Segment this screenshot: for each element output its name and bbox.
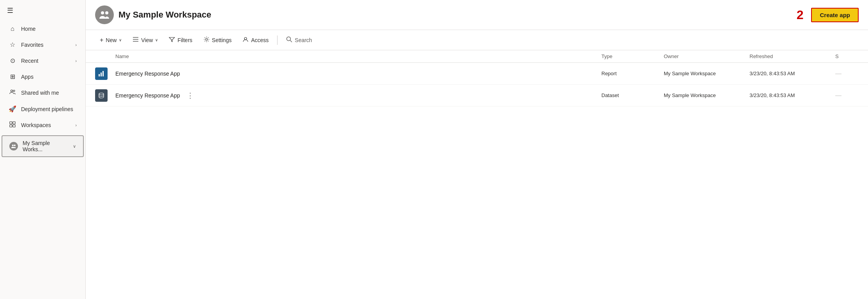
workspace-avatar-large — [95, 5, 114, 24]
row-type-dataset: Dataset — [601, 92, 664, 98]
svg-point-9 — [105, 11, 108, 14]
svg-point-14 — [244, 37, 247, 40]
table-row[interactable]: Emergency Response App ⋮ Dataset My Samp… — [86, 85, 868, 106]
hamburger-menu-icon[interactable]: ☰ — [0, 0, 85, 21]
settings-label: Settings — [212, 37, 232, 43]
chevron-down-icon: ∨ — [155, 38, 158, 42]
row-name-report: Emergency Response App — [115, 71, 601, 77]
svg-rect-18 — [101, 73, 102, 76]
sidebar-item-label-recent: Recent — [21, 58, 71, 64]
sidebar-item-label-favorites: Favorites — [21, 42, 71, 48]
toolbar-divider — [277, 35, 278, 45]
svg-line-16 — [290, 41, 292, 42]
col-refreshed: Refreshed — [750, 53, 835, 59]
row-refreshed-report: 3/23/20, 8:43:53 AM — [750, 71, 835, 76]
access-button[interactable]: Access — [238, 34, 273, 46]
sidebar-item-home[interactable]: ⌂ Home — [2, 21, 84, 36]
search-icon — [286, 36, 292, 44]
sidebar-item-apps[interactable]: ⊞ Apps — [2, 69, 84, 84]
svg-rect-5 — [13, 125, 15, 127]
svg-rect-3 — [13, 122, 15, 124]
settings-button[interactable]: Settings — [199, 34, 237, 46]
sidebar-item-shared-with-me[interactable]: Shared with me — [2, 85, 84, 101]
row-type-report: Report — [601, 71, 664, 76]
favorites-icon: ☆ — [9, 41, 16, 48]
chevron-right-icon: › — [75, 42, 77, 47]
row-icon-wrapper — [95, 67, 115, 80]
row-icon-wrapper — [95, 89, 115, 102]
new-label: New — [106, 37, 117, 43]
shared-icon — [9, 89, 16, 97]
sidebar-item-my-sample-workspace[interactable]: My Sample Works... ∨ — [2, 135, 84, 157]
view-button[interactable]: View ∨ — [128, 34, 163, 46]
workspace-avatar-small — [9, 142, 18, 150]
search-placeholder: Search — [295, 37, 312, 43]
sidebar-item-label-shared: Shared with me — [21, 90, 77, 96]
row-owner-dataset: My Sample Workspace — [664, 92, 750, 98]
chevron-right-icon: › — [75, 58, 77, 63]
row-refreshed-dataset: 3/23/20, 8:43:53 AM — [750, 92, 835, 98]
sidebar-item-label-home: Home — [21, 26, 77, 32]
view-icon — [133, 37, 139, 43]
settings-icon — [203, 36, 210, 44]
deployment-icon: 🚀 — [9, 105, 16, 113]
view-label: View — [141, 37, 153, 43]
sidebar-item-label-apps: Apps — [21, 74, 77, 80]
sidebar-workspace-label: My Sample Works... — [23, 140, 68, 152]
home-icon: ⌂ — [9, 25, 16, 32]
filters-button[interactable]: Filters — [164, 34, 197, 46]
row-status-report: — — [835, 70, 859, 77]
table-row[interactable]: Emergency Response App Report My Sample … — [86, 63, 868, 85]
svg-point-6 — [12, 145, 14, 146]
chevron-down-icon: ∨ — [119, 38, 122, 42]
svg-point-13 — [205, 39, 207, 41]
apps-icon: ⊞ — [9, 73, 16, 80]
svg-point-8 — [101, 11, 104, 14]
sidebar-item-label-workspaces: Workspaces — [21, 122, 71, 128]
toolbar: + New ∨ View ∨ Filters — [86, 30, 868, 50]
table-header-row: Name Type Owner Refreshed S — [86, 50, 868, 63]
report-type-icon — [95, 67, 108, 80]
recent-icon: ⊙ — [9, 57, 16, 64]
sidebar: ☰ ⌂ Home ☆ Favorites › ⊙ Recent › ⊞ Apps… — [0, 0, 86, 299]
svg-rect-19 — [103, 71, 104, 76]
new-button[interactable]: + New ∨ — [95, 34, 126, 46]
col-status: S — [835, 53, 859, 59]
workspace-title: My Sample Workspace — [118, 10, 792, 20]
sidebar-item-workspaces[interactable]: Workspaces › — [2, 117, 84, 133]
sidebar-item-recent[interactable]: ⊙ Recent › — [2, 53, 84, 68]
content-table: Name Type Owner Refreshed S Emergency Re… — [86, 50, 868, 299]
filter-icon — [169, 37, 175, 43]
row-status-dataset: — — [835, 92, 859, 99]
main-content: My Sample Workspace 2 Create app + New ∨… — [86, 0, 868, 299]
chevron-right-icon: › — [75, 123, 77, 127]
chevron-down-icon: ∨ — [73, 144, 76, 149]
svg-point-0 — [11, 90, 13, 92]
col-name: Name — [115, 53, 601, 59]
row-owner-report: My Sample Workspace — [664, 71, 750, 76]
row-more-options-button[interactable]: ⋮ — [185, 90, 196, 101]
access-icon — [242, 36, 249, 44]
sidebar-item-label-deployment: Deployment pipelines — [21, 106, 77, 112]
svg-rect-17 — [99, 74, 100, 76]
dataset-type-icon — [95, 89, 108, 102]
col-type: Type — [601, 53, 664, 59]
svg-rect-4 — [10, 125, 12, 127]
col-owner: Owner — [664, 53, 750, 59]
plus-icon: + — [100, 37, 103, 44]
col-icon — [95, 53, 115, 59]
svg-point-20 — [99, 93, 104, 95]
row-name-dataset: Emergency Response App — [115, 92, 180, 99]
svg-point-15 — [287, 37, 291, 41]
sidebar-item-favorites[interactable]: ☆ Favorites › — [2, 37, 84, 52]
search-area[interactable]: Search — [281, 34, 316, 46]
svg-rect-2 — [10, 122, 12, 124]
create-app-button[interactable]: Create app — [811, 8, 859, 22]
workspaces-icon — [9, 121, 16, 129]
svg-point-7 — [14, 145, 16, 146]
svg-point-1 — [13, 90, 15, 92]
sidebar-item-deployment[interactable]: 🚀 Deployment pipelines — [2, 101, 84, 117]
annotation-number-2: 2 — [797, 8, 804, 22]
filters-label: Filters — [177, 37, 192, 43]
access-label: Access — [251, 37, 269, 43]
